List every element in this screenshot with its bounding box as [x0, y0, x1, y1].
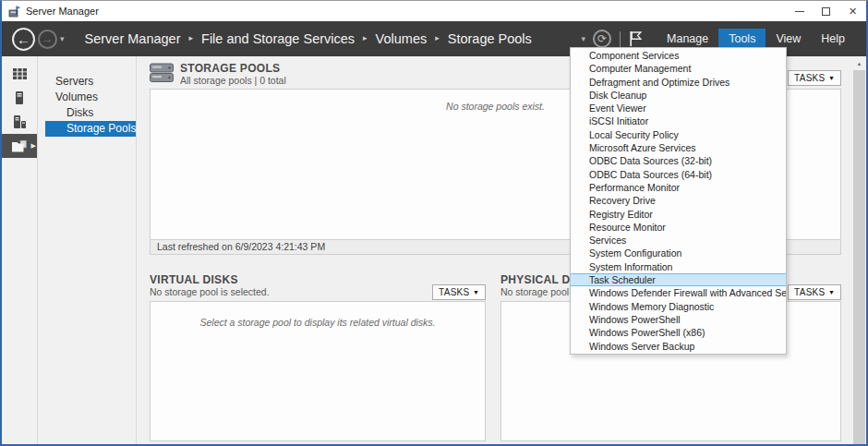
tools-menu-item[interactable]: Recovery Drive [571, 194, 786, 207]
notification-flag-button[interactable] [629, 30, 642, 47]
navbar-divider [620, 31, 621, 47]
tools-menu-item[interactable]: Windows PowerShell [571, 313, 786, 326]
left-icon-strip: ▶ [2, 56, 38, 444]
tools-menu-item[interactable]: Registry Editor [571, 208, 786, 221]
breadcrumb-item[interactable]: Storage Pools [448, 31, 532, 46]
breadcrumb-item[interactable]: Server Manager [85, 31, 181, 46]
virtual-disks-title: VIRTUAL DISKS [150, 274, 270, 286]
refresh-button[interactable]: ⟳ [593, 30, 611, 48]
scroll-up-button[interactable]: ▲ [853, 56, 865, 70]
sidebar-icon-file-storage-services[interactable]: ▶ [2, 134, 37, 158]
tools-menu-item[interactable]: Performance Monitor [571, 181, 786, 194]
minimize-icon [795, 11, 804, 12]
tools-menu-item[interactable]: Services [571, 234, 786, 247]
scroll-up-icon: ▲ [857, 61, 862, 66]
back-arrow-icon: ← [17, 31, 30, 47]
tools-menu-item[interactable]: Task Scheduler [571, 273, 786, 286]
server-manager-window: Server Manager ✕ ← → ▾ Server Manager▸Fi… [0, 0, 868, 446]
sidebar: ServersVolumesDisksStorage Pools [39, 56, 137, 444]
nav-menu-item[interactable]: Manage [657, 29, 718, 49]
back-button[interactable]: ← [12, 28, 35, 51]
virtual-disks-header: VIRTUAL DISKS No storage pool is selecte… [150, 274, 486, 301]
tools-menu: Component ServicesComputer ManagementDef… [570, 47, 787, 355]
tools-menu-item[interactable]: Windows Memory Diagnostic [571, 300, 786, 313]
window-title: Server Manager [26, 6, 99, 17]
flag-icon [629, 30, 642, 47]
titlebar: Server Manager ✕ [2, 1, 866, 21]
forward-arrow-icon: → [42, 32, 54, 45]
breadcrumb-item[interactable]: File and Storage Services [201, 31, 355, 46]
sidebar-icon-dashboard[interactable] [2, 62, 37, 86]
tools-menu-item[interactable]: ODBC Data Sources (32-bit) [571, 154, 786, 167]
notifications-dropdown-button[interactable]: ▾ [582, 34, 586, 43]
folder-stack-icon [12, 140, 27, 152]
tools-menu-item[interactable]: Defragment and Optimize Drives [571, 76, 786, 89]
virtual-disks-list: Select a storage pool to display its rel… [150, 301, 486, 441]
storage-pools-icon [150, 63, 174, 87]
dashboard-grid-icon [13, 68, 27, 79]
tools-menu-item[interactable]: Computer Management [571, 62, 786, 75]
tools-menu-item[interactable]: System Configuration [571, 247, 786, 259]
breadcrumb-item[interactable]: Volumes [376, 31, 428, 46]
storage-pools-subtitle: All storage pools | 0 total [180, 75, 286, 87]
storage-pools-titles: STORAGE POOLS All storage pools | 0 tota… [180, 63, 286, 87]
sidebar-item[interactable]: Volumes [39, 90, 136, 105]
tools-menu-item[interactable]: Event Viewer [571, 102, 786, 115]
chevron-down-icon: ▼ [473, 289, 479, 295]
close-icon: ✕ [849, 6, 857, 18]
breadcrumb-separator-icon: ▸ [363, 33, 368, 42]
minimize-button[interactable] [786, 1, 813, 21]
storage-pools-tasks-button[interactable]: TASKS ▼ [788, 70, 841, 86]
server-icon [16, 91, 23, 104]
sidebar-item[interactable]: Storage Pools [45, 121, 136, 137]
maximize-icon [822, 7, 830, 16]
virtual-disks-subtitle: No storage pool is selected. [150, 286, 270, 298]
scrollbar-thumb[interactable] [853, 70, 865, 444]
close-button[interactable]: ✕ [839, 1, 866, 21]
nav-menu-item[interactable]: View [766, 29, 811, 49]
forward-button[interactable]: → [38, 30, 57, 49]
chevron-down-icon: ▼ [828, 75, 835, 81]
window-controls: ✕ [786, 1, 866, 21]
nav-menu-item[interactable]: Tools [718, 29, 766, 49]
tools-menu-item[interactable]: iSCSI Initiator [571, 115, 786, 127]
sidebar-icon-local-server[interactable] [2, 86, 37, 110]
tools-menu-item[interactable]: Local Security Policy [571, 128, 786, 141]
tools-menu-item[interactable]: Component Services [571, 49, 786, 62]
breadcrumb-separator-icon: ▸ [435, 33, 440, 42]
flyout-arrow-icon: ▶ [31, 142, 36, 150]
vertical-scrollbar[interactable]: ▲ [853, 56, 865, 444]
virtual-disks-tasks-button[interactable]: TASKS ▼ [432, 284, 486, 300]
tools-menu-item[interactable]: System Information [571, 260, 786, 273]
storage-pools-title: STORAGE POOLS [180, 63, 286, 75]
sidebar-icon-all-servers[interactable] [2, 110, 37, 134]
refresh-icon: ⟳ [597, 32, 607, 45]
servers-group-icon [14, 115, 26, 128]
history-dropdown-button[interactable]: ▾ [60, 34, 65, 43]
breadcrumb-separator-icon: ▸ [189, 33, 194, 42]
virtual-disks-panel: VIRTUAL DISKS No storage pool is selecte… [150, 274, 486, 441]
chevron-down-icon: ▾ [60, 34, 65, 43]
tools-menu-item[interactable]: Windows PowerShell (x86) [571, 326, 786, 339]
tools-menu-item[interactable]: ODBC Data Sources (64-bit) [571, 168, 786, 181]
nav-menu: ManageToolsViewHelp [657, 29, 855, 49]
physical-disks-tasks-button[interactable]: TASKS ▼ [788, 284, 841, 300]
chevron-down-icon: ▼ [828, 289, 835, 295]
breadcrumb: Server Manager▸File and Storage Services… [85, 31, 532, 46]
storage-pools-empty-message: No storage pools exist. [446, 101, 545, 112]
tools-menu-item[interactable]: Disk Cleanup [571, 89, 786, 102]
sidebar-item[interactable]: Disks [39, 105, 136, 121]
nav-menu-item[interactable]: Help [811, 29, 855, 49]
virtual-disks-empty-message: Select a storage pool to display its rel… [199, 317, 435, 328]
tools-menu-item[interactable]: Microsoft Azure Services [571, 141, 786, 154]
tools-menu-item[interactable]: Resource Monitor [571, 221, 786, 234]
navbar-right-group: ▾ ⟳ ManageToolsViewHelp [582, 29, 856, 49]
maximize-button[interactable] [813, 1, 839, 21]
chevron-down-icon: ▾ [582, 34, 586, 43]
tools-menu-item[interactable]: Windows Defender Firewall with Advanced … [571, 286, 786, 299]
server-manager-app-icon [8, 6, 20, 18]
tools-menu-item[interactable]: Windows Server Backup [571, 340, 786, 353]
sidebar-item[interactable]: Servers [39, 74, 136, 90]
